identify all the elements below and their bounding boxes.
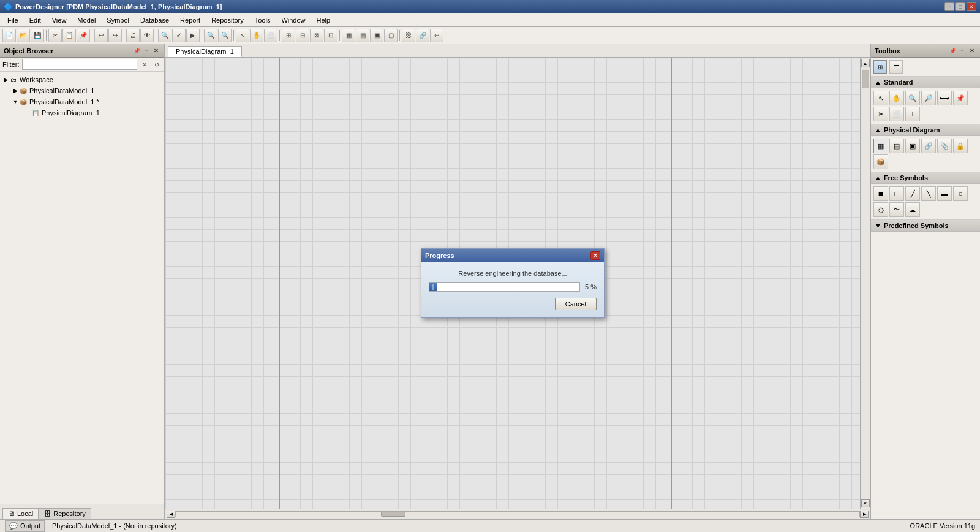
tool-cloud[interactable]: ☁ [905,202,920,217]
tool-zoom-out[interactable]: 🔎 [921,91,936,105]
tool-text[interactable]: T [905,107,920,121]
menu-item-help[interactable]: Help [312,15,336,25]
menu-item-window[interactable]: Window [276,15,310,25]
toolbar-pan[interactable]: ✋ [250,29,263,42]
tool-view[interactable]: ▤ [889,139,904,153]
toolbar-arrange[interactable]: ⊞ [282,29,295,42]
toolbox-header-controls[interactable]: 📌 − ✕ [948,47,976,55]
menu-item-report[interactable]: Report [175,15,205,25]
toolbox-grid-view[interactable]: ⊞ [873,60,887,74]
expand-workspace[interactable]: ▶ [2,77,9,83]
expand-model2[interactable]: ▼ [12,99,18,105]
toolbox-minimize-button[interactable]: − [958,47,967,55]
toolbox-close-button[interactable]: ✕ [968,47,976,55]
tree-item-workspace[interactable]: ▶ 🗂 Workspace [2,74,162,85]
ob-pin-button[interactable]: 📌 [132,47,141,55]
ob-header-controls[interactable]: 📌 − ✕ [132,47,160,55]
tool-line-diag[interactable]: ╱ [905,186,920,201]
tool-cut[interactable]: ✂ [873,107,888,121]
ob-tab-local[interactable]: 🖥 Local [2,508,39,519]
ob-tab-repository[interactable]: 🗄 Repository [39,508,91,519]
close-button[interactable]: ✕ [967,2,976,11]
toolbar-run[interactable]: ▶ [186,29,200,42]
toolbar-open[interactable]: 📂 [17,29,30,42]
menu-item-view[interactable]: View [47,15,72,25]
diagram-canvas[interactable]: Progress ✕ Reverse engineering the datab… [165,58,860,509]
tool-pan[interactable]: ✋ [889,91,904,105]
toolbar-report2[interactable]: ▤ [356,29,369,42]
toolbar-half[interactable]: ⊡ [324,29,337,42]
toolbar-100[interactable]: ⊠ [310,29,323,42]
toolbar-link2[interactable]: 🔗 [416,29,429,42]
tree-item-model2[interactable]: ▼ 📦 PhysicalDataModel_1 * [2,96,162,107]
toolbar-redo[interactable]: ↪ [108,29,122,42]
menu-item-tools[interactable]: Tools [250,15,276,25]
cancel-button[interactable]: Cancel [555,298,597,310]
toolbar-paste[interactable]: 📌 [77,29,90,42]
tool-arc[interactable]: ╲ [921,186,936,201]
title-bar-controls[interactable]: − □ ✕ [944,2,976,11]
toolbar-undo[interactable]: ↩ [94,29,108,42]
menu-item-model[interactable]: Model [72,15,100,25]
tool-zoom-fit[interactable]: ⟷ [937,91,952,105]
tool-key[interactable]: 📎 [937,139,952,153]
menu-item-symbol[interactable]: Symbol [102,15,134,25]
diagram-tab-1[interactable]: PhysicalDiagram_1 [168,46,242,57]
ob-filter-clear[interactable]: ✕ [140,59,149,69]
tool-select[interactable]: ↖ [873,91,888,105]
tool-join[interactable]: 🔗 [921,139,936,153]
toolbar-print[interactable]: 🖨 [126,29,140,42]
scroll-left-arrow[interactable]: ◀ [167,511,175,518]
toolbar-link3[interactable]: ↩ [430,29,443,42]
menu-item-repository[interactable]: Repository [206,15,249,25]
tool-package[interactable]: 📦 [873,154,888,169]
menu-item-file[interactable]: File [2,15,23,25]
toolbar-select[interactable]: ↖ [236,29,249,42]
tool-table[interactable]: ▦ [873,139,888,153]
tool-hrect[interactable]: ▬ [937,186,952,201]
tool-copy[interactable]: ⬜ [889,107,904,121]
scroll-track-h[interactable] [175,511,860,517]
expand-model1[interactable]: ▶ [12,88,18,94]
tool-ref[interactable]: ▣ [905,139,920,153]
ob-minimize-button[interactable]: − [142,47,151,55]
tree-item-diagram1[interactable]: ▶ 📋 PhysicalDiagram_1 [2,107,162,118]
tool-lock[interactable]: 🔒 [953,139,968,153]
toolbar-zoom-rect[interactable]: ⬜ [264,29,277,42]
menu-item-edit[interactable]: Edit [24,15,46,25]
tool-circle[interactable]: ○ [953,186,968,201]
minimize-button[interactable]: − [944,2,954,11]
toolbar-zoom-out[interactable]: 🔍 [218,29,232,42]
tool-diamond[interactable]: ◇ [873,202,888,217]
toolbar-fit[interactable]: ⊟ [296,29,309,42]
toolbar-zoom-in[interactable]: 🔍 [204,29,217,42]
scroll-right-arrow[interactable]: ▶ [860,511,869,518]
scroll-thumb-h[interactable] [381,512,405,517]
toolbar-preview[interactable]: 👁 [140,29,154,42]
tool-rect[interactable]: □ [889,186,904,201]
toolbar-check[interactable]: ✔ [172,29,186,42]
toolbar-copy[interactable]: 📋 [62,29,76,42]
tool-wave[interactable]: 〜 [889,202,904,217]
toolbox-section-free-header[interactable]: ▲ Free Symbols [871,172,980,184]
toolbar-cut[interactable]: ✂ [48,29,62,42]
toolbox-list-view[interactable]: ☰ [889,60,903,74]
toolbar-link1[interactable]: ⛓ [402,29,415,42]
ob-filter-refresh[interactable]: ↺ [152,59,162,69]
scroll-thumb-v[interactable] [862,70,869,88]
scroll-down-arrow[interactable]: ▼ [861,499,870,507]
toolbar-report4[interactable]: ▢ [384,29,398,42]
toolbar-find[interactable]: 🔍 [158,29,172,42]
scroll-track-v[interactable] [862,69,869,498]
toolbox-pin-button[interactable]: 📌 [948,47,957,55]
diagram-scrollbar[interactable]: ▲ ▼ [860,58,870,509]
tree-item-model1[interactable]: ▶ 📦 PhysicalDataModel_1 [2,85,162,96]
toolbar-new[interactable]: 📄 [2,29,16,42]
toolbox-section-physical-header[interactable]: ▲ Physical Diagram [871,124,980,136]
diagram-hscroll[interactable]: ◀ ▶ [165,509,870,519]
toolbox-section-predefined-header[interactable]: ▼ Predefined Symbols [871,220,980,232]
progress-close-button[interactable]: ✕ [590,251,600,260]
scroll-up-arrow[interactable]: ▲ [861,59,870,67]
tool-pin[interactable]: 📌 [953,91,968,105]
tool-square[interactable]: ■ [873,186,888,201]
